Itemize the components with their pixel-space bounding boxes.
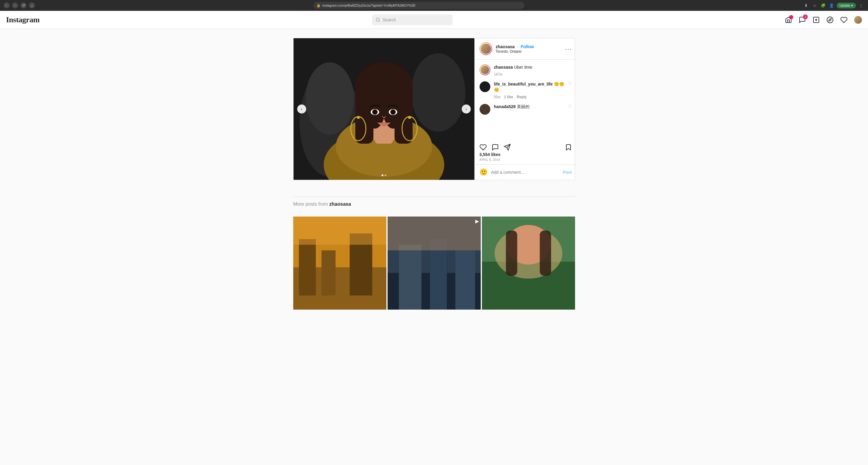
svg-point-25 xyxy=(357,116,360,119)
likes-count: 3,554 likes xyxy=(475,152,577,158)
profile-avatar[interactable] xyxy=(854,16,862,24)
browser-chrome: ← → ↺ ⌂ 🔒 instagram.com/p/BwBZDyzDoJu/?i… xyxy=(0,0,868,11)
comment-button[interactable] xyxy=(492,144,499,151)
follow-button[interactable]: Follow xyxy=(521,44,534,49)
comment-1-meta: 95w 1 like Reply xyxy=(494,95,564,99)
comment-1-body: life_is_beautiful_you_are_life 🙂🙂🙂 95w 1… xyxy=(494,81,564,99)
bookmark-post-button[interactable] xyxy=(565,144,572,151)
more-post-thumb-1[interactable] xyxy=(293,217,386,309)
svg-point-27 xyxy=(408,116,411,119)
post-date: APRIL 9, 2019 xyxy=(475,158,577,164)
comment-2-username[interactable]: hanada528 xyxy=(494,104,516,109)
forward-button[interactable]: → xyxy=(12,2,18,8)
post-image: ‹ › xyxy=(293,38,474,180)
comment-2: hanada528 美丽的 ♡ xyxy=(479,104,572,115)
svg-point-10 xyxy=(411,53,465,132)
caption-body: zhaosasa Uber time 167w xyxy=(494,64,572,76)
post-header: zhaosasa · Follow Toronto, Ontario ··· xyxy=(475,38,577,60)
svg-point-21 xyxy=(372,109,378,115)
bookmark-button[interactable]: ☆ xyxy=(811,2,818,9)
share-post-button[interactable] xyxy=(504,144,511,151)
svg-rect-35 xyxy=(293,217,386,245)
caption-comment: zhaosasa Uber time 167w xyxy=(479,64,572,76)
comment-2-text: hanada528 美丽的 xyxy=(494,104,564,110)
thumb-2-image xyxy=(388,217,481,309)
caption-text: zhaosasa Uber time xyxy=(494,64,572,70)
emoji-button[interactable]: 🙂 xyxy=(479,168,488,176)
caption-meta: 167w xyxy=(494,72,572,76)
thumb-3-image xyxy=(482,217,575,309)
svg-point-23 xyxy=(390,109,396,115)
post-author-avatar[interactable] xyxy=(479,42,492,55)
post-sidebar: zhaosasa · Follow Toronto, Ontario ··· xyxy=(474,38,577,180)
explore-icon[interactable] xyxy=(827,16,834,24)
post-username[interactable]: zhaosasa xyxy=(496,44,515,49)
extensions-button[interactable]: 🧩 xyxy=(820,2,827,9)
caption-username[interactable]: zhaosasa xyxy=(494,65,513,70)
home-dot xyxy=(789,15,793,19)
instagram-logo[interactable]: Instagram xyxy=(6,15,39,24)
new-post-icon[interactable] xyxy=(812,16,820,24)
likes-icon[interactable] xyxy=(840,16,847,24)
post-author-info: zhaosasa · Follow Toronto, Ontario xyxy=(496,44,561,54)
comment-1-avatar[interactable] xyxy=(479,81,490,92)
comment-2-body: hanada528 美丽的 xyxy=(494,104,564,110)
svg-rect-33 xyxy=(321,250,336,295)
post-photo-svg xyxy=(293,38,474,180)
search-bar[interactable]: Search xyxy=(372,14,453,25)
prev-arrow[interactable]: ‹ xyxy=(297,104,306,113)
main-content: ‹ › zhaosasa · Follow xyxy=(287,29,581,189)
share-button[interactable]: ⬆ xyxy=(803,2,809,9)
dot-2 xyxy=(384,174,386,176)
post-comment-button[interactable]: Post xyxy=(563,170,572,175)
next-arrow[interactable]: › xyxy=(462,104,471,113)
comment-1-username[interactable]: life_is_beautiful_you_are_life xyxy=(494,81,553,87)
comment-1: life_is_beautiful_you_are_life 🙂🙂🙂 95w 1… xyxy=(479,81,572,99)
comment-input[interactable] xyxy=(491,170,559,175)
post-container: ‹ › zhaosasa · Follow xyxy=(293,38,575,180)
post-actions-bar xyxy=(475,141,577,152)
like-button[interactable] xyxy=(479,144,487,151)
update-chevron: ▾ xyxy=(851,4,853,7)
more-options-button[interactable]: ··· xyxy=(565,45,572,53)
svg-marker-6 xyxy=(829,19,831,21)
dot-1 xyxy=(381,174,383,176)
more-post-thumb-3[interactable] xyxy=(482,217,575,309)
comment-2-heart-icon[interactable]: ♡ xyxy=(568,104,572,109)
profile-browser-button[interactable]: 👤 xyxy=(828,2,835,9)
more-post-thumb-2[interactable]: ▶ xyxy=(388,217,481,309)
caption-avatar[interactable] xyxy=(479,64,490,75)
messages-icon[interactable]: 2 xyxy=(799,16,806,24)
comment-2-avatar[interactable] xyxy=(479,104,490,115)
back-button[interactable]: ← xyxy=(4,2,10,8)
search-placeholder: Search xyxy=(383,18,396,22)
more-posts-section: More posts from zhaosasa xyxy=(287,196,581,309)
svg-rect-32 xyxy=(299,239,315,295)
update-label: Update xyxy=(840,4,850,7)
reload-button[interactable]: ↺ xyxy=(21,2,27,8)
update-button[interactable]: Update ▾ xyxy=(837,3,856,8)
home-icon[interactable] xyxy=(785,16,792,24)
comments-section: zhaosasa Uber time 167w xyxy=(475,60,577,141)
search-icon xyxy=(375,18,380,22)
svg-point-5 xyxy=(827,17,833,23)
svg-rect-47 xyxy=(506,231,517,276)
more-posts-grid: ▶ xyxy=(293,217,575,309)
lock-icon: 🔒 xyxy=(316,4,321,7)
comment-1-reply[interactable]: Reply xyxy=(517,95,527,99)
menu-button[interactable]: ⋮ xyxy=(858,2,864,9)
more-posts-username[interactable]: zhaosasa xyxy=(330,201,351,207)
svg-point-9 xyxy=(306,62,354,135)
svg-point-19 xyxy=(381,68,405,129)
more-posts-title: More posts from zhaosasa xyxy=(293,196,575,212)
messages-badge: 2 xyxy=(803,14,808,19)
dot-separator: · xyxy=(517,44,518,49)
comment-1-likes[interactable]: 1 like xyxy=(504,95,513,99)
comment-1-text: life_is_beautiful_you_are_life 🙂🙂🙂 xyxy=(494,81,564,93)
comment-1-heart-icon[interactable]: ♡ xyxy=(568,81,572,86)
navigation-icons: 2 xyxy=(785,16,862,24)
address-bar[interactable]: 🔒 instagram.com/p/BwBZDyzDoJu/?igshid=Ym… xyxy=(313,2,524,9)
svg-rect-42 xyxy=(388,217,481,309)
post-dots xyxy=(381,174,386,176)
home-button[interactable]: ⌂ xyxy=(29,2,35,8)
